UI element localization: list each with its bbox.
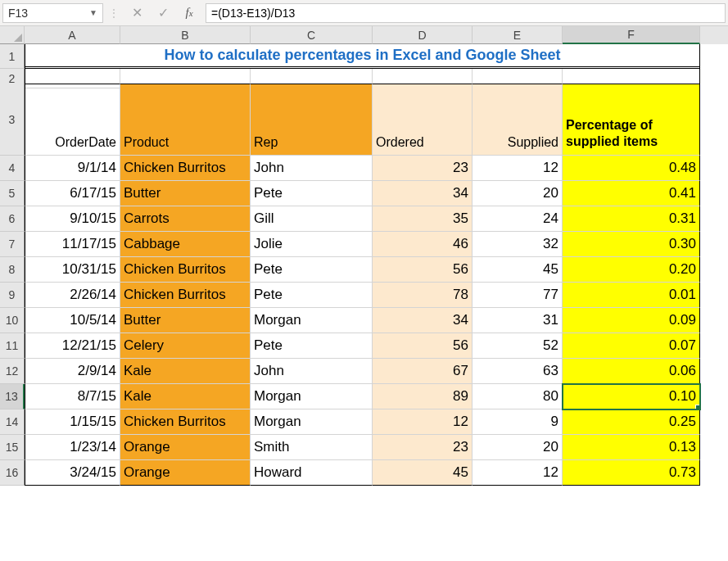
cell-product[interactable]: Chicken Burritos <box>120 409 251 435</box>
cell-percentage[interactable]: 0.01 <box>563 283 700 308</box>
cell-product[interactable]: Kale <box>120 384 251 409</box>
cell-rep[interactable]: John <box>251 359 373 384</box>
col-header-D[interactable]: D <box>373 26 473 44</box>
cell-rep[interactable]: Gill <box>251 206 373 232</box>
cell-date[interactable]: 2/26/14 <box>25 283 120 308</box>
row-header[interactable]: 12 <box>0 359 25 384</box>
cell-ordered[interactable]: 34 <box>373 181 473 206</box>
cell-product[interactable]: Orange <box>120 435 251 460</box>
cell-date[interactable]: 8/7/15 <box>25 384 120 409</box>
row-header[interactable]: 14 <box>0 409 25 435</box>
cell-rep[interactable]: Smith <box>251 435 373 460</box>
cell-ordered[interactable]: 23 <box>373 435 473 460</box>
cell-percentage[interactable]: 0.10 <box>563 384 700 409</box>
cell-date[interactable]: 10/31/15 <box>25 257 120 283</box>
cell-percentage[interactable]: 0.30 <box>563 232 700 257</box>
header-rep[interactable]: Rep <box>251 84 373 156</box>
cell-date[interactable]: 12/21/15 <box>25 333 120 359</box>
row-header[interactable]: 7 <box>0 232 25 257</box>
cell-supplied[interactable]: 32 <box>473 232 563 257</box>
cell-supplied[interactable]: 9 <box>473 409 563 435</box>
cell-supplied[interactable]: 45 <box>473 257 563 283</box>
title-cell[interactable]: How to calculate percentages in Excel an… <box>25 44 700 69</box>
cell-supplied[interactable]: 80 <box>473 384 563 409</box>
cell-date[interactable]: 3/24/15 <box>25 460 120 486</box>
col-header-F[interactable]: F <box>563 26 700 44</box>
row-header[interactable]: 16 <box>0 460 25 486</box>
cell-rep[interactable]: Pete <box>251 257 373 283</box>
cell-percentage[interactable]: 0.07 <box>563 333 700 359</box>
cell-product[interactable]: Orange <box>120 460 251 486</box>
cell-product[interactable]: Cabbage <box>120 232 251 257</box>
cell-ordered[interactable]: 56 <box>373 257 473 283</box>
row-header[interactable]: 15 <box>0 435 25 460</box>
cell-rep[interactable]: John <box>251 156 373 181</box>
confirm-icon[interactable]: ✓ <box>150 3 176 23</box>
cell-percentage[interactable]: 0.41 <box>563 181 700 206</box>
cell-supplied[interactable]: 12 <box>473 460 563 486</box>
cell-rep[interactable]: Howard <box>251 460 373 486</box>
cell-date[interactable]: 11/17/15 <box>25 232 120 257</box>
header-ordered[interactable]: Ordered <box>373 84 473 156</box>
row-header[interactable]: 9 <box>0 283 25 308</box>
row-header[interactable]: 10 <box>0 308 25 333</box>
cell-percentage[interactable]: 0.25 <box>563 409 700 435</box>
cell-supplied[interactable]: 77 <box>473 283 563 308</box>
cell-percentage[interactable]: 0.20 <box>563 257 700 283</box>
cell-ordered[interactable]: 23 <box>373 156 473 181</box>
row-header[interactable]: 8 <box>0 257 25 283</box>
row-header[interactable]: 11 <box>0 333 25 359</box>
cell-date[interactable]: 1/23/14 <box>25 435 120 460</box>
cell-ordered[interactable]: 35 <box>373 206 473 232</box>
cell-supplied[interactable]: 20 <box>473 435 563 460</box>
cell-date[interactable]: 6/17/15 <box>25 181 120 206</box>
cell-ordered[interactable]: 89 <box>373 384 473 409</box>
cell-supplied[interactable]: 24 <box>473 206 563 232</box>
cell-supplied[interactable]: 52 <box>473 333 563 359</box>
col-header-E[interactable]: E <box>473 26 563 44</box>
cell-percentage[interactable]: 0.31 <box>563 206 700 232</box>
header-order-date[interactable]: OrderDate <box>25 84 120 156</box>
row-header[interactable]: 6 <box>0 206 25 232</box>
cell-product[interactable]: Kale <box>120 359 251 384</box>
cell-supplied[interactable]: 20 <box>473 181 563 206</box>
cell-date[interactable]: 1/15/15 <box>25 409 120 435</box>
fx-icon[interactable]: fx <box>176 3 202 23</box>
cell-product[interactable]: Chicken Burritos <box>120 156 251 181</box>
cell-ordered[interactable]: 45 <box>373 460 473 486</box>
col-header-C[interactable]: C <box>251 26 373 44</box>
cell-ordered[interactable]: 46 <box>373 232 473 257</box>
cell-date[interactable]: 2/9/14 <box>25 359 120 384</box>
header-supplied[interactable]: Supplied <box>473 84 563 156</box>
cell-ordered[interactable]: 56 <box>373 333 473 359</box>
cell-date[interactable]: 10/5/14 <box>25 308 120 333</box>
cell-supplied[interactable]: 31 <box>473 308 563 333</box>
cell-product[interactable]: Butter <box>120 308 251 333</box>
cell-ordered[interactable]: 12 <box>373 409 473 435</box>
cell-product[interactable]: Carrots <box>120 206 251 232</box>
cell-rep[interactable]: Morgan <box>251 308 373 333</box>
cell-supplied[interactable]: 63 <box>473 359 563 384</box>
cell-percentage[interactable]: 0.06 <box>563 359 700 384</box>
cell-date[interactable]: 9/1/14 <box>25 156 120 181</box>
cell-rep[interactable]: Jolie <box>251 232 373 257</box>
cell-rep[interactable]: Pete <box>251 333 373 359</box>
cell-percentage[interactable]: 0.73 <box>563 460 700 486</box>
formula-input[interactable]: =(D13-E13)/D13 <box>206 3 726 23</box>
cell-ordered[interactable]: 67 <box>373 359 473 384</box>
row-header-3[interactable]: 3 <box>0 84 25 156</box>
row-header-1[interactable]: 1 <box>0 44 25 69</box>
cell-product[interactable]: Chicken Burritos <box>120 257 251 283</box>
name-box[interactable]: F13 ▼ <box>2 3 103 23</box>
cell-product[interactable]: Celery <box>120 333 251 359</box>
row-header[interactable]: 13 <box>0 384 25 409</box>
header-percentage[interactable]: Percentage of supplied items <box>563 84 700 156</box>
cell-date[interactable]: 9/10/15 <box>25 206 120 232</box>
cell-product[interactable]: Chicken Burritos <box>120 283 251 308</box>
cell-rep[interactable]: Morgan <box>251 409 373 435</box>
row-header[interactable]: 4 <box>0 156 25 181</box>
cancel-icon[interactable]: ✕ <box>124 3 150 23</box>
cell-product[interactable]: Butter <box>120 181 251 206</box>
cell-ordered[interactable]: 34 <box>373 308 473 333</box>
chevron-down-icon[interactable]: ▼ <box>89 8 97 17</box>
